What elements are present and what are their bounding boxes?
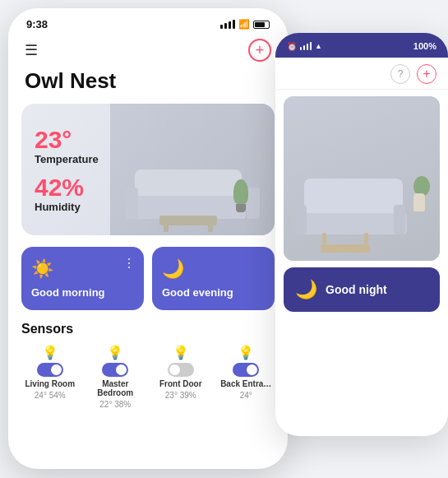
- bulb-icon: 💡: [173, 345, 189, 360]
- bulb-icon: 💡: [238, 345, 254, 360]
- room-image: [110, 104, 275, 235]
- evening-label: Good evening: [162, 286, 265, 299]
- second-battery-text: 100%: [413, 41, 436, 51]
- second-add-button[interactable]: +: [417, 64, 436, 84]
- sensor-name-living: Living Room: [25, 379, 75, 388]
- humidity-value: 42%: [35, 174, 99, 201]
- signal-icon: [220, 20, 235, 29]
- alarm-icon: ⏰: [287, 42, 297, 51]
- evening-icon: 🌙: [162, 258, 265, 280]
- second-vase: [413, 176, 425, 211]
- morning-mode-card[interactable]: ︙ ☀️ Good morning: [21, 247, 144, 310]
- sensor-values-master: 22° 38%: [99, 400, 131, 409]
- status-bar: 9:38 📶: [8, 8, 288, 35]
- sensors-heading: Sensors: [21, 322, 275, 336]
- toggle-living-room[interactable]: [37, 363, 63, 377]
- sensor-name-back: Back Entra…: [220, 379, 271, 388]
- status-time: 9:38: [26, 18, 48, 30]
- night-label: Good night: [326, 283, 387, 296]
- sensors-row: 💡 Living Room 24° 54% 💡 Master Bedroom 2…: [21, 345, 275, 409]
- mode-cards: ︙ ☀️ Good morning 🌙 Good evening: [8, 235, 288, 322]
- toggle-back-entry[interactable]: [233, 363, 259, 377]
- second-phone: ⏰ ▲ 100% ? +: [275, 33, 448, 436]
- second-wifi-icon: ▲: [315, 42, 322, 50]
- second-room-bg: [284, 96, 440, 261]
- sensor-values-living: 24° 54%: [35, 391, 66, 400]
- second-status-bar: ⏰ ▲ 100%: [275, 33, 448, 58]
- humidity-label: Humidity: [35, 201, 99, 213]
- second-room-card: [284, 96, 440, 261]
- morning-icon: ☀️: [31, 258, 134, 280]
- add-button[interactable]: +: [248, 39, 271, 62]
- menu-icon[interactable]: ☰: [25, 41, 38, 59]
- sensor-values-front: 23° 39%: [165, 391, 196, 400]
- room-card: 23° Temperature 42% Humidity: [21, 104, 275, 235]
- second-header: ? +: [275, 58, 448, 90]
- sensors-section: Sensors 💡 Living Room 24° 54% 💡 Master B…: [8, 322, 288, 409]
- second-table: [321, 244, 370, 253]
- main-phone: 9:38 📶 ☰ + Owl Nest 23° Temper: [8, 8, 288, 469]
- sensor-name-master: Master Bedroom: [87, 379, 145, 397]
- morning-label: Good morning: [31, 286, 134, 299]
- room-info: 23° Temperature 42% Humidity: [21, 113, 112, 226]
- table-decoration: [159, 216, 209, 225]
- sensor-master-bedroom: 💡 Master Bedroom 22° 38%: [87, 345, 145, 409]
- card-dots-icon[interactable]: ︙: [122, 257, 136, 271]
- plant-decoration: [233, 179, 248, 212]
- evening-mode-card[interactable]: 🌙 Good evening: [152, 247, 275, 310]
- toggle-master-bedroom[interactable]: [102, 363, 128, 377]
- temperature-value: 23°: [35, 126, 99, 153]
- app-header: ☰ +: [8, 35, 288, 68]
- sensor-back-entry: 💡 Back Entra… 24°: [218, 345, 275, 409]
- second-status-left: ⏰ ▲: [287, 42, 322, 51]
- page-title: Owl Nest: [8, 68, 288, 104]
- status-icons: 📶: [220, 19, 270, 30]
- sensor-living-room: 💡 Living Room 24° 54%: [21, 345, 79, 409]
- bulb-icon: 💡: [107, 345, 123, 360]
- sensor-values-back: 24°: [240, 391, 252, 400]
- sensor-front-door: 💡 Front Door 23° 39%: [152, 345, 210, 409]
- wifi-icon: 📶: [238, 19, 250, 30]
- night-mode-card[interactable]: 🌙 Good night: [284, 267, 440, 312]
- battery-icon: [253, 21, 270, 29]
- toggle-front-door[interactable]: [168, 363, 194, 377]
- night-icon: 🌙: [295, 279, 317, 300]
- question-button[interactable]: ?: [390, 64, 410, 84]
- temperature-label: Temperature: [35, 153, 99, 165]
- second-signal-icon: [300, 42, 312, 50]
- bulb-icon: 💡: [42, 345, 58, 360]
- sensor-name-front: Front Door: [159, 379, 202, 388]
- sofa-decoration: [118, 145, 266, 227]
